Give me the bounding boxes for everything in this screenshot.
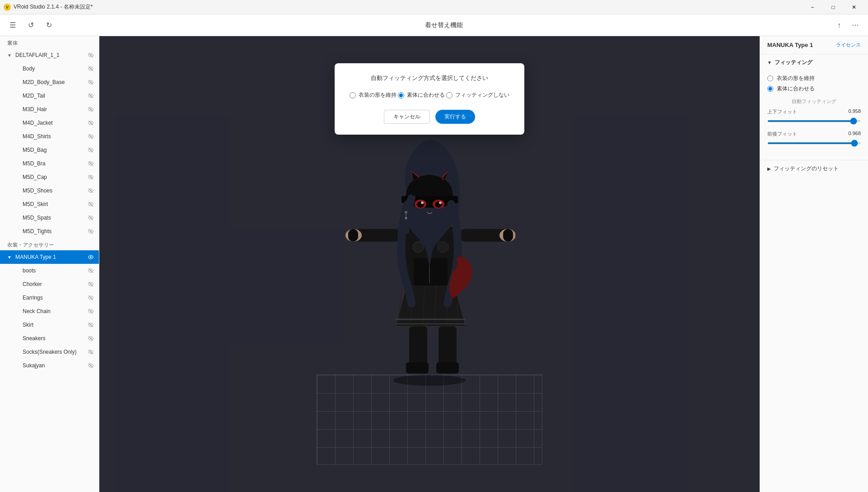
reset-chevron-icon: ▶ [767,166,771,171]
cancel-button[interactable]: キャンセル [384,110,430,124]
body-item-11[interactable]: M5D_Skirt [0,197,99,211]
body-item-2[interactable]: M2D_Body_Base [0,75,99,89]
visibility-icon[interactable] [86,320,95,329]
clothing-item-0[interactable]: ▼MANUKA Type 1 [0,250,99,264]
visibility-icon[interactable] [86,227,95,236]
more-button[interactable]: ⋯ [848,18,863,33]
modal-option-fit-body[interactable]: 素体に合わせる [398,91,445,99]
clothing-item-6[interactable]: Sneakers [0,332,99,345]
item-label: Skirt [23,322,86,328]
fitting-reset-label: フィッティングのリセット [774,165,839,173]
visibility-icon[interactable] [86,118,95,127]
visibility-icon[interactable] [86,200,95,209]
right-panel-option-keep-shape[interactable]: 衣装の形を維持 [767,75,861,82]
chevron-down-icon: ▼ [7,255,14,260]
visibility-icon[interactable] [86,293,95,302]
right-panel-header: MANUKA Type 1 ライセンス [760,36,868,54]
item-label: Body [23,66,86,72]
modal-radio-group: 衣装の形を維持 素体に合わせる フィッティングしない [349,91,510,99]
visibility-icon[interactable] [86,280,95,289]
vertical-fit-label: 上下フィット [767,108,797,115]
body-item-4[interactable]: M3D_Hair [0,103,99,116]
visibility-icon[interactable] [86,361,95,370]
modal-radio-fit-body[interactable] [398,92,404,98]
clothing-item-3[interactable]: Earrings [0,291,99,305]
visibility-icon[interactable] [86,51,95,60]
right-panel-radio-fit-body[interactable] [767,86,773,92]
item-label: Sukajyan [23,362,86,369]
right-panel: MANUKA Type 1 ライセンス ▼ フィッティング 衣装の形を維持 素体… [760,36,868,492]
fitting-reset-row[interactable]: ▶ フィッティングのリセット [760,160,868,177]
body-item-0[interactable]: ▼DELTAFLAIR_1_1 [0,48,99,62]
clothing-item-4[interactable]: Neck Chain [0,305,99,318]
modal-radio-no-fit[interactable] [446,92,453,98]
body-item-5[interactable]: M4D_Jacket [0,116,99,130]
svg-point-28 [90,256,92,258]
execute-button[interactable]: 実行する [435,110,475,124]
close-button[interactable]: ✕ [844,0,864,14]
fitting-section-title: フィッティング [775,59,812,66]
body-item-1[interactable]: Body [0,62,99,75]
vertical-fit-slider[interactable] [767,120,861,122]
item-label: Sneakers [23,335,86,342]
visibility-icon[interactable] [86,105,95,114]
viewport[interactable]: 自動フィッティング方式を選択してください 衣装の形を維持 素体に合わせる フィッ… [99,36,760,492]
visibility-icon[interactable] [86,186,95,195]
horizontal-fit-slider[interactable] [767,142,861,144]
item-label: Socks(Sneakers Only) [23,349,86,355]
body-item-8[interactable]: M5D_Bra [0,157,99,170]
visibility-icon[interactable] [86,64,95,73]
vertical-fit-slider-row: 上下フィット 0.958 [767,108,861,123]
body-item-6[interactable]: M4D_Shirts [0,130,99,143]
visibility-icon[interactable] [86,159,95,168]
right-panel-option-fit-body[interactable]: 素体に合わせる [767,85,861,93]
window-title: VRoid Studio 2.1.4 - 名称未設定* [14,3,93,11]
redo-button[interactable]: ↻ [42,18,56,33]
right-panel-radio-keep-shape[interactable] [767,75,773,81]
license-link[interactable]: ライセンス [836,42,861,48]
visibility-icon[interactable] [86,253,95,262]
visibility-icon[interactable] [86,173,95,182]
item-label: Earrings [23,295,86,301]
modal-option-no-fit[interactable]: フィッティングしない [446,91,509,99]
export-button[interactable]: ↑ [832,18,846,33]
menu-button[interactable]: ☰ [5,18,20,33]
body-item-3[interactable]: M2D_Tail [0,89,99,103]
item-label: M5D_Tights [23,228,86,234]
clothing-item-8[interactable]: Sukajyan [0,359,99,372]
horizontal-fit-label-row: 前後フィット 0.968 [767,131,861,137]
visibility-icon[interactable] [86,266,95,275]
modal-option-fit-body-label: 素体に合わせる [407,91,445,99]
body-items-list: ▼DELTAFLAIR_1_1BodyM2D_Body_BaseM2D_Tail… [0,48,99,238]
item-label: M5D_Bra [23,160,86,167]
clothing-item-1[interactable]: boots [0,264,99,277]
maximize-button[interactable]: □ [823,0,844,14]
modal-radio-keep-shape[interactable] [350,92,356,98]
visibility-icon[interactable] [86,132,95,141]
body-item-13[interactable]: M5D_Tights [0,225,99,238]
body-item-9[interactable]: M5D_Cap [0,170,99,184]
visibility-icon[interactable] [86,145,95,155]
right-panel-title: MANUKA Type 1 [767,42,813,48]
horizontal-fit-label: 前後フィット [767,131,797,137]
visibility-icon[interactable] [86,334,95,343]
modal-overlay: 自動フィッティング方式を選択してください 衣装の形を維持 素体に合わせる フィッ… [99,36,760,492]
body-item-10[interactable]: M5D_Shoes [0,184,99,197]
clothing-item-5[interactable]: Skirt [0,318,99,332]
body-item-12[interactable]: M5D_Spats [0,211,99,225]
visibility-icon[interactable] [86,213,95,222]
fitting-section-header[interactable]: ▼ フィッティング [760,54,868,71]
app-icon: V [4,4,11,11]
item-label: M2D_Tail [23,93,86,99]
visibility-icon[interactable] [86,78,95,87]
visibility-icon[interactable] [86,307,95,316]
undo-button[interactable]: ↺ [23,18,38,33]
visibility-icon[interactable] [86,347,95,356]
clothing-item-7[interactable]: Socks(Sneakers Only) [0,345,99,359]
body-item-7[interactable]: M5D_Bag [0,143,99,157]
modal-option-keep-shape[interactable]: 衣装の形を維持 [350,91,397,99]
visibility-icon[interactable] [86,91,95,100]
left-sidebar: 素体 ▼DELTAFLAIR_1_1BodyM2D_Body_BaseM2D_T… [0,36,99,492]
minimize-button[interactable]: − [802,0,823,14]
clothing-item-2[interactable]: Chorker [0,277,99,291]
